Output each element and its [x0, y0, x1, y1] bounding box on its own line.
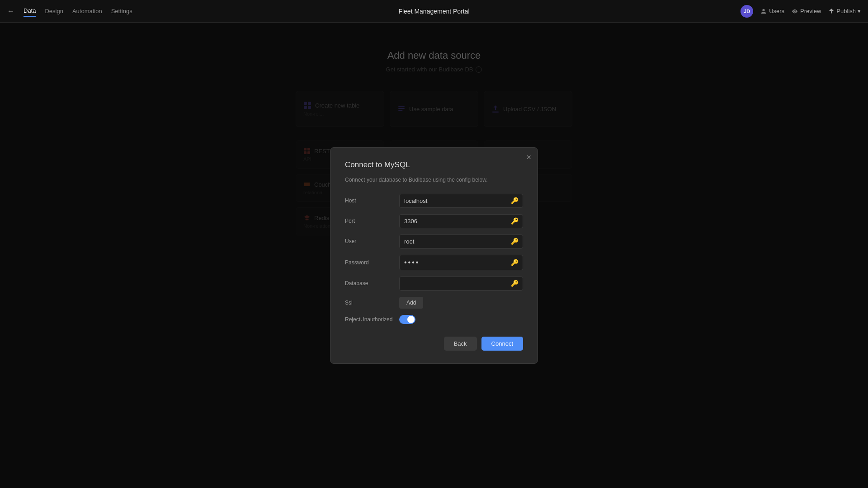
toggle-thumb — [407, 316, 415, 323]
connect-button[interactable]: Connect — [481, 337, 523, 351]
port-key-icon: 🔑 — [511, 217, 519, 225]
password-input[interactable] — [399, 255, 523, 270]
port-input-wrap: 🔑 — [399, 214, 523, 228]
app-title: Fleet Management Portal — [398, 8, 469, 15]
database-label: Database — [345, 280, 399, 286]
users-button[interactable]: Users — [760, 8, 784, 14]
ssl-label: Ssl — [345, 300, 399, 306]
modal-title: Connect to MySQL — [345, 160, 523, 169]
publish-chevron: ▾ — [858, 8, 861, 14]
host-label: Host — [345, 197, 399, 204]
password-key-icon: 🔑 — [511, 259, 519, 266]
back-button[interactable]: ← — [7, 7, 14, 15]
user-key-icon: 🔑 — [511, 238, 519, 245]
password-label: Password — [345, 259, 399, 266]
preview-button[interactable]: Preview — [792, 8, 821, 14]
modal-footer: Back Connect — [345, 337, 523, 351]
modal-description: Connect your database to Budibase using … — [345, 177, 523, 183]
user-field-row: User 🔑 — [345, 235, 523, 249]
port-label: Port — [345, 218, 399, 224]
users-icon — [760, 8, 767, 14]
tab-automation[interactable]: Automation — [72, 6, 102, 16]
database-input-wrap: 🔑 — [399, 277, 523, 291]
user-input-wrap: 🔑 — [399, 235, 523, 249]
ssl-field-row: Ssl Add — [345, 297, 523, 309]
database-field-row: Database 🔑 — [345, 277, 523, 291]
host-input-wrap: 🔑 — [399, 194, 523, 208]
host-field-row: Host 🔑 — [345, 194, 523, 208]
nav-right: JD Users Preview Publish ▾ — [741, 5, 861, 18]
tab-design[interactable]: Design — [45, 6, 63, 16]
password-input-wrap: 🔑 — [399, 255, 523, 270]
publish-label: Publish — [836, 8, 856, 14]
preview-icon — [792, 8, 798, 14]
modal-overlay: × Connect to MySQL Connect your database… — [0, 23, 868, 488]
connect-mysql-modal: × Connect to MySQL Connect your database… — [330, 147, 538, 364]
reject-unauthorized-row: RejectUnauthorized — [345, 315, 523, 324]
database-key-icon: 🔑 — [511, 280, 519, 287]
publish-icon — [828, 8, 835, 14]
back-button[interactable]: Back — [444, 337, 477, 351]
ssl-wrap: Add — [399, 297, 423, 309]
reject-unauthorized-label: RejectUnauthorized — [345, 316, 399, 323]
ssl-add-button[interactable]: Add — [399, 297, 423, 309]
database-input[interactable] — [399, 277, 523, 291]
tab-data[interactable]: Data — [24, 5, 36, 17]
users-label: Users — [769, 8, 784, 14]
nav-left: ← Data Design Automation Settings — [7, 5, 132, 17]
user-label: User — [345, 238, 399, 244]
svg-point-0 — [794, 10, 796, 12]
topnav: ← Data Design Automation Settings Fleet … — [0, 0, 868, 23]
host-input[interactable] — [399, 194, 523, 208]
reject-unauthorized-toggle[interactable] — [399, 315, 415, 324]
main-content: Add new data source Get started with our… — [0, 23, 868, 488]
modal-close-button[interactable]: × — [526, 153, 531, 161]
port-input[interactable] — [399, 214, 523, 228]
publish-button[interactable]: Publish ▾ — [828, 8, 861, 14]
user-input[interactable] — [399, 235, 523, 249]
preview-label: Preview — [800, 8, 821, 14]
tab-settings[interactable]: Settings — [111, 6, 132, 16]
avatar: JD — [741, 5, 753, 18]
port-field-row: Port 🔑 — [345, 214, 523, 228]
password-field-row: Password 🔑 — [345, 255, 523, 270]
host-key-icon: 🔑 — [511, 197, 519, 204]
